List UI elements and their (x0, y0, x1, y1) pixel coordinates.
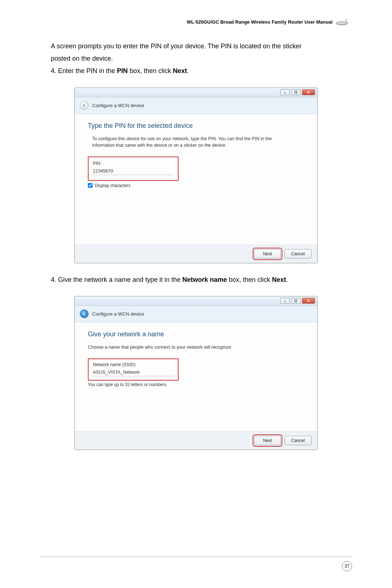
close-icon[interactable] (302, 89, 315, 95)
mid-text-a: 4. Give the network a name and type it i… (51, 276, 182, 283)
dialog-heading: Type the PIN for the selected device (88, 122, 304, 130)
step4-text-c: box, then click (128, 67, 173, 74)
svg-point-2 (337, 22, 347, 24)
pin-dialog-screenshot: Configure a WCN device Type the PIN for … (74, 88, 318, 263)
dialog-content: Type the PIN for the selected device To … (75, 114, 317, 245)
mid-text-networkname: Network name (182, 276, 227, 283)
window-titlebar (75, 88, 317, 97)
wizard-title: Configure a WCN device (92, 103, 144, 108)
ssid-label: Network name (SSID): (93, 362, 173, 367)
wizard-header: Configure a WCN device (75, 97, 317, 114)
manual-page: WL-520GU/GC Broad Range Wireless Family … (0, 0, 392, 588)
step4-text-a: 4. Enter the PIN in the (51, 67, 117, 74)
window-titlebar (75, 296, 317, 306)
ssid-input[interactable] (93, 369, 173, 376)
dialog-content: Give your network a name Choose a name t… (75, 323, 317, 431)
step4-text-next: Next (173, 67, 187, 74)
step-4-ssid: 4. Give the network a name and type it i… (51, 273, 352, 286)
step-4-pin: 4. Enter the PIN in the PIN box, then cl… (51, 65, 352, 77)
next-button[interactable]: Next (254, 436, 281, 445)
page-number: 37 (342, 561, 352, 571)
next-button[interactable]: Next (254, 249, 281, 259)
step4-text-pin: PIN (117, 67, 128, 74)
pin-block-highlight: PIN: (88, 157, 179, 181)
display-characters-row[interactable]: Display characters (88, 183, 304, 188)
mid-paragraph: 4. Give the network a name and type it i… (51, 273, 352, 286)
manual-title: WL-520GU/GC Broad Range Wireless Family … (187, 19, 332, 25)
minimize-icon[interactable] (280, 298, 290, 304)
wizard-title: Configure a WCN device (92, 311, 144, 317)
pin-label: PIN: (93, 161, 173, 166)
ssid-block-highlight: Network name (SSID): (88, 358, 179, 381)
dialog-description: Choose a name that people who connect to… (88, 344, 304, 350)
back-button[interactable] (80, 309, 89, 318)
cancel-button[interactable]: Cancel (285, 249, 311, 259)
back-button-disabled (80, 101, 89, 110)
mid-text-next: Next (272, 276, 286, 283)
intro-line-2: posted on the device. (51, 52, 352, 65)
pin-input[interactable] (93, 167, 173, 175)
router-icon (335, 18, 348, 25)
ssid-dialog-screenshot: Configure a WCN device Give your network… (74, 296, 318, 450)
step4-text-e: . (187, 67, 189, 74)
dialog-footer: Next Cancel (75, 245, 317, 263)
close-icon[interactable] (302, 298, 315, 304)
svg-rect-8 (295, 300, 297, 302)
intro-line-1: A screen prompts you to enter the PIN of… (51, 40, 352, 52)
svg-rect-4 (295, 91, 297, 93)
maximize-icon[interactable] (291, 298, 301, 304)
page-footer: 37 (40, 556, 352, 571)
mid-text-e: . (286, 276, 288, 283)
display-characters-label: Display characters (95, 183, 131, 188)
dialog-footer: Next Cancel (75, 431, 317, 450)
minimize-icon[interactable] (280, 89, 290, 95)
ssid-hint: You can type up to 32 letters or numbers… (88, 382, 304, 387)
display-characters-checkbox[interactable] (88, 183, 93, 188)
mid-text-c: box, then click (227, 276, 272, 283)
wizard-header: Configure a WCN device (75, 306, 317, 323)
page-header: WL-520GU/GC Broad Range Wireless Family … (40, 18, 352, 25)
cancel-button[interactable]: Cancel (285, 436, 311, 445)
dialog-heading: Give your network a name (88, 331, 304, 338)
maximize-icon[interactable] (291, 89, 301, 95)
intro-paragraph: A screen prompts you to enter the PIN of… (51, 40, 352, 77)
dialog-description: To configure this device for use on your… (88, 135, 291, 149)
